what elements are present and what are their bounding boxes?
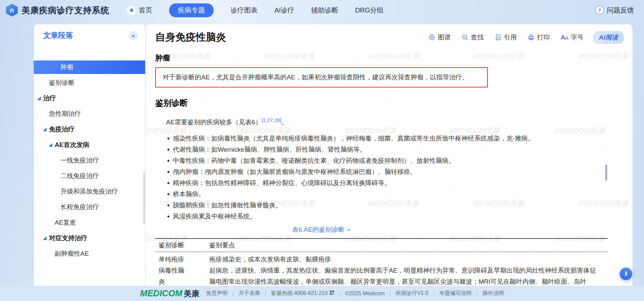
sidebar-item-label: 二线免疫治疗 (60, 172, 99, 180)
expand-caret-icon (43, 128, 47, 131)
nav-label: 诊疗图表 (231, 6, 258, 15)
footer-logo-en: MEDICOM (140, 288, 183, 299)
tool-引用[interactable]: 引用 (494, 33, 517, 42)
ddx-bullet: 精神疾病：包括急性精神障碍、精神分裂症、心境障碍以及分离转换障碍等。 (167, 177, 633, 189)
sidebar-item-AE复发[interactable]: AE复发 (34, 215, 145, 230)
sidebar-title: 文章段落 (43, 30, 73, 41)
app-logo-icon: n (5, 4, 18, 17)
section-heading-tumor: 肿瘤 (155, 53, 633, 63)
nav-item-首页[interactable]: 首页 (127, 6, 152, 15)
footer-link-label: ©2025 Medicom (345, 291, 385, 297)
nav-item-诊疗图表[interactable]: 诊疗图表 (231, 6, 258, 15)
sidebar-item-label: 治疗 (43, 94, 56, 103)
tool-查找[interactable]: 查找 (461, 33, 484, 42)
tool-字号[interactable]: AA字号 (561, 33, 584, 42)
footer-link-疾病诊疗V1.0[interactable]: 疾病诊疗V1.0 (396, 290, 428, 297)
ddx-table: 鉴别诊断 鉴别要点 单纯疱疹病毒性脑炎疱疹感染史，或本次发病有皮肤、黏膜疱疹起病… (155, 238, 608, 286)
sidebar-item-label: 长程免疫治疗 (60, 203, 99, 211)
sidebar-item-急性期治疗[interactable]: 急性期治疗 (34, 106, 145, 122)
sidebar-item-label: 升级和添加免疫治疗 (60, 187, 118, 196)
nav-item-AI诊疗[interactable]: AI诊疗 (274, 6, 294, 15)
home-icon (127, 6, 136, 15)
table-row: 单纯疱疹病毒性脑炎疱疹感染史，或本次发病有皮肤、黏膜疱疹起病急，进展快、病情重，… (155, 252, 608, 286)
tool-label: 打印 (537, 33, 550, 42)
app-title: 美康疾病诊疗支持系统 (22, 5, 109, 16)
sidebar-item-AE首次发病[interactable]: AE首次发病 (34, 137, 145, 153)
footer-link-label: 免责声明 (206, 290, 227, 297)
ddx-bullet: 脱髓鞘疾病：如急性播散性脑脊髓炎。 (167, 200, 633, 211)
table-cell-points: 疱疹感染史，或本次发病有皮肤、黏膜疱疹起病急，进展快、病情重，其发热症状、癫痫首… (209, 254, 597, 286)
article-toolbar: 图谱查找引用打印AA字号 (428, 33, 584, 42)
tool-打印[interactable]: 打印 (528, 33, 550, 42)
highlight-box: 对于新诊断的AE，尤其是合并肿瘤概率高的AE，如果初次肿瘤筛查阴性，建议再次筛查… (155, 67, 488, 87)
ddx-bullet: 代谢性脑病：如Wernicke脑病、肺性脑病、肝性脑病、肾性脑病等。 (167, 144, 633, 155)
footer-logo: MEDICOM 美康 (140, 288, 199, 299)
footer-link-关于美康[interactable]: 关于美康 (239, 290, 260, 297)
sidebar-item-label: 急性期治疗 (49, 109, 81, 118)
footer-links: 免责声明|关于美康|客服热线:4006-821-210|©2025 Medico… (206, 290, 504, 297)
table-point: 疱疹感染史，或本次发病有皮肤、黏膜疱疹 (209, 254, 597, 265)
nav-item-DRG分组[interactable]: DRG分组 (355, 6, 383, 15)
sidebar-item-升级和添加免疫治疗[interactable]: 升级和添加免疫治疗 (34, 184, 145, 199)
article-panel: MEDICOM美康MEDICOM美康MEDICOM美康MEDICOM美康MEDI… (146, 24, 633, 286)
nav-item-疾病专题[interactable]: 疾病专题 (169, 3, 214, 17)
footer-link-客服热线:4006-821-210[interactable]: 客服热线:4006-821-210 (271, 290, 334, 297)
nav-label: DRG分组 (355, 6, 383, 15)
table-caption-row: 表6.AE的鉴别诊断 (155, 225, 488, 234)
sidebar-item-治疗[interactable]: 治疗 (34, 91, 145, 106)
footer-link-label: 关于美康 (239, 290, 260, 297)
sidebar-item-label: 免疫治疗 (49, 125, 75, 134)
footer-link-label: 客服热线:4006-821-210 (271, 290, 328, 297)
nav-item-辅助诊断[interactable]: 辅助诊断 (311, 6, 338, 15)
double-chevron-left-icon: « (132, 33, 134, 39)
footer-link-label: 专题编写说明 (439, 290, 472, 297)
sidebar-item-label: 鉴别诊断 (49, 78, 75, 87)
feedback-button[interactable]: ? 问题反馈 (595, 6, 634, 15)
footer-link-专题编写说明[interactable]: 专题编写说明 (439, 290, 472, 297)
tool-图谱[interactable]: 图谱 (428, 33, 451, 42)
table-header-col1: 鉴别诊断 (159, 241, 209, 250)
ddx-bullet: 感染性疾病：如病毒性脑炎（尤其是单纯疱疹病毒性脑炎），神经梅毒，细菌、真菌或寄生… (167, 133, 633, 144)
sidebar-item-免疫治疗[interactable]: 免疫治疗 (34, 122, 145, 137)
sidebar-item-鉴别诊断[interactable]: 鉴别诊断 (34, 75, 145, 91)
table-toggle-link[interactable]: 表6.AE的鉴别诊断 (292, 225, 351, 234)
content-scrollbar[interactable] (605, 165, 607, 181)
footer-link-免责声明[interactable]: 免责声明 (206, 290, 227, 297)
footer-separator: | (265, 291, 266, 297)
sidebar-scrollbar[interactable] (143, 172, 145, 224)
brand: n 美康疾病诊疗支持系统 (5, 4, 109, 17)
nav-label: 首页 (139, 6, 152, 15)
sidebar-item-一线免疫治疗[interactable]: 一线免疫治疗 (34, 153, 145, 168)
table-caption-text: 表6.AE的鉴别诊断 (292, 225, 344, 234)
ai-read-button[interactable]: AI阅读 (593, 31, 624, 44)
ddx-bullet-list: 感染性疾病：如病毒性脑炎（尤其是单纯疱疹病毒性脑炎），神经梅毒，细菌、真菌或寄生… (167, 133, 633, 222)
footer-separator: | (232, 291, 234, 297)
table-header-row: 鉴别诊断 鉴别要点 (155, 239, 608, 252)
question-circle-icon: ? (595, 6, 604, 15)
footer-link-©2025 Medicom[interactable]: ©2025 Medicom (345, 291, 385, 297)
sidebar-item-肿瘤[interactable]: 肿瘤 (34, 60, 145, 74)
sidebar-item-对症支持治疗[interactable]: 对症支持治疗 (34, 230, 145, 246)
main-nav: 首页疾病专题诊疗图表AI诊疗辅助诊断DRG分组 (127, 3, 383, 17)
sidebar-item-副肿瘤性AE[interactable]: 副肿瘤性AE (34, 246, 145, 261)
ddx-intro: AE需要鉴别的疾病较多（见表6）[1,27,28]。 (166, 117, 633, 127)
qr-code-icon (329, 290, 334, 297)
font-size-icon: AA (561, 34, 568, 41)
table-point: 脑电图常出现弥漫性高波幅慢波，单侧或双侧颞、额区异常更明显，甚至可见颞区尖波与棘… (209, 276, 597, 286)
ddx-bullet: 桥本脑病。 (167, 189, 633, 200)
back-to-top-button[interactable] (620, 268, 632, 280)
sidebar-item-长程免疫治疗[interactable]: 长程免疫治疗 (34, 199, 145, 215)
sidebar-collapse-button[interactable]: « (129, 31, 138, 40)
footer-link-操作说明[interactable]: 操作说明 (482, 290, 504, 297)
footer: MEDICOM 美康 免责声明|关于美康|客服热线:4006-821-210|©… (0, 286, 644, 301)
footer-separator: | (339, 291, 341, 297)
nav-label: AI诊疗 (274, 6, 294, 15)
tool-label: 查找 (471, 33, 484, 42)
citation-link[interactable]: [1,27,28] (262, 117, 281, 123)
section-heading-ddx: 鉴别诊断 (155, 98, 633, 108)
table-point: 起病急，进展快、病情重，其发热症状、癫痫首发的比例要高于AE，明显精神行为异常、… (209, 265, 597, 276)
ddx-bullet: 中毒性疾病：药物中毒（如青霉素类、喹诺酮类抗生素、化疗药物或者免疫抑制剂）、放射… (167, 155, 633, 166)
sidebar-item-二线免疫治疗[interactable]: 二线免疫治疗 (34, 168, 145, 184)
sidebar-item-label: 一线免疫治疗 (60, 156, 99, 165)
table-header-col2: 鉴别要点 (209, 241, 235, 250)
